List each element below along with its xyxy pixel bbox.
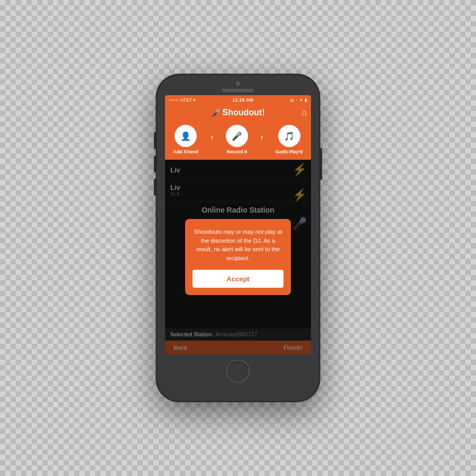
app-header: 🎤 Shoudout! ⌂ (165, 105, 311, 121)
phone-screen: AT&T ▾ 11:18 AM @ ↑ ✦ ▮ 🎤 Shoudout! ⌂ (165, 95, 311, 354)
signal-icon (169, 99, 179, 101)
modal-text: Shoudouts may or may not play at the dis… (193, 227, 283, 262)
status-bar: AT&T ▾ 11:18 AM @ ↑ ✦ ▮ (165, 95, 311, 105)
accept-label: Accept (226, 275, 249, 283)
app-name: Shoudout! (223, 108, 265, 117)
record-it-icon: 🎤 (232, 131, 242, 141)
arrow-icon: ↑ (296, 98, 298, 103)
status-icons: @ ↑ ✦ ▮ (290, 98, 307, 103)
step-gedit: 🎵 Gedit Play'd (276, 125, 303, 154)
modal-box: Shoudouts may or may not play at the dis… (185, 219, 291, 295)
add-friend-icon: 👤 (180, 131, 191, 141)
phone-device: AT&T ▾ 11:18 AM @ ↑ ✦ ▮ 🎤 Shoudout! ⌂ (156, 74, 320, 402)
home-physical-button[interactable] (226, 360, 250, 383)
home-button-icon[interactable]: ⌂ (301, 108, 307, 117)
camera-dot (236, 81, 240, 86)
step-record-it: 🎤 Record It (226, 125, 248, 154)
steps-bar: 👤 Add Friend › 🎤 Record It › 🎵 Gedit Pla… (165, 121, 311, 160)
content-area: Liv ⚡ Liv To fi... ⚡ Online Radio Statio… (165, 160, 311, 354)
status-left: AT&T ▾ (169, 97, 196, 103)
step-add-friend: 👤 Add Friend (173, 125, 199, 154)
carrier-label: AT&T (180, 97, 192, 103)
record-it-label: Record It (226, 149, 247, 154)
arrow-2: › (260, 132, 263, 142)
location-icon: @ (290, 98, 294, 103)
record-it-circle: 🎤 (226, 125, 248, 147)
app-title: 🎤 Shoudout! (212, 108, 265, 117)
wifi-icon: ▾ (193, 97, 196, 103)
gedit-circle: 🎵 (278, 125, 300, 147)
bluetooth-icon: ✦ (299, 98, 303, 103)
mic-header-icon: 🎤 (212, 108, 221, 117)
gedit-icon: 🎵 (284, 131, 295, 141)
gedit-label: Gedit Play'd (276, 149, 303, 154)
phone-top-bar (156, 74, 320, 95)
add-friend-label: Add Friend (173, 149, 199, 154)
accept-button[interactable]: Accept (193, 270, 283, 288)
add-friend-circle: 👤 (175, 125, 197, 147)
arrow-1: › (210, 132, 213, 142)
speaker-bar (222, 89, 254, 92)
modal-overlay: Shoudouts may or may not play at the dis… (165, 160, 311, 354)
battery-icon: ▮ (305, 98, 307, 103)
time-display: 11:18 AM (233, 97, 253, 103)
phone-bottom-area (226, 354, 250, 390)
